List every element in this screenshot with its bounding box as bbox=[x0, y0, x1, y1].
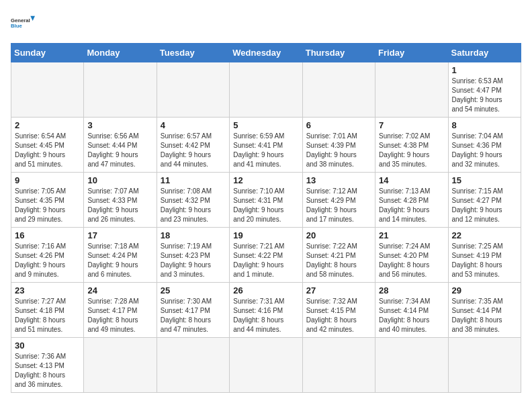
calendar-cell: 2Sunrise: 6:54 AM Sunset: 4:45 PM Daylig… bbox=[11, 118, 84, 173]
calendar-cell bbox=[448, 338, 521, 393]
day-info: Sunrise: 7:32 AM Sunset: 4:15 PM Dayligh… bbox=[306, 297, 371, 334]
day-info: Sunrise: 7:16 AM Sunset: 4:26 PM Dayligh… bbox=[15, 242, 80, 279]
calendar-cell: 26Sunrise: 7:31 AM Sunset: 4:16 PM Dayli… bbox=[230, 283, 302, 338]
day-info: Sunrise: 7:02 AM Sunset: 4:38 PM Dayligh… bbox=[379, 132, 444, 169]
calendar-cell: 19Sunrise: 7:21 AM Sunset: 4:22 PM Dayli… bbox=[230, 228, 302, 283]
day-number: 3 bbox=[87, 120, 152, 130]
calendar-cell: 25Sunrise: 7:30 AM Sunset: 4:17 PM Dayli… bbox=[157, 283, 229, 338]
calendar-cell: 27Sunrise: 7:32 AM Sunset: 4:15 PM Dayli… bbox=[302, 283, 375, 338]
day-info: Sunrise: 7:25 AM Sunset: 4:19 PM Dayligh… bbox=[452, 242, 517, 279]
day-number: 15 bbox=[452, 175, 517, 185]
day-info: Sunrise: 7:12 AM Sunset: 4:29 PM Dayligh… bbox=[306, 187, 371, 224]
calendar-week-row: 23Sunrise: 7:27 AM Sunset: 4:18 PM Dayli… bbox=[11, 283, 521, 338]
calendar-cell bbox=[302, 338, 375, 393]
day-info: Sunrise: 7:30 AM Sunset: 4:17 PM Dayligh… bbox=[161, 297, 226, 334]
day-info: Sunrise: 7:07 AM Sunset: 4:33 PM Dayligh… bbox=[87, 187, 152, 224]
svg-text:General: General bbox=[11, 17, 30, 24]
day-number: 24 bbox=[87, 285, 152, 295]
calendar-cell: 13Sunrise: 7:12 AM Sunset: 4:29 PM Dayli… bbox=[302, 173, 375, 228]
day-number: 13 bbox=[306, 175, 371, 185]
calendar-cell: 23Sunrise: 7:27 AM Sunset: 4:18 PM Dayli… bbox=[11, 283, 84, 338]
page-header: GeneralBlue bbox=[11, 11, 521, 35]
weekday-header-sunday: Sunday bbox=[11, 44, 84, 62]
svg-text:Blue: Blue bbox=[11, 23, 22, 29]
day-info: Sunrise: 6:54 AM Sunset: 4:45 PM Dayligh… bbox=[15, 132, 80, 169]
day-number: 10 bbox=[87, 175, 152, 185]
calendar-cell bbox=[157, 338, 229, 393]
day-number: 18 bbox=[161, 230, 226, 240]
day-number: 25 bbox=[161, 285, 226, 295]
calendar-cell bbox=[157, 62, 229, 118]
day-number: 2 bbox=[15, 120, 80, 130]
weekday-header-wednesday: Wednesday bbox=[230, 44, 302, 62]
calendar-cell bbox=[11, 62, 84, 118]
day-number: 19 bbox=[233, 230, 298, 240]
calendar-cell: 8Sunrise: 7:04 AM Sunset: 4:36 PM Daylig… bbox=[448, 118, 521, 173]
day-number: 30 bbox=[15, 340, 80, 351]
logo-icon: GeneralBlue bbox=[11, 11, 35, 35]
day-info: Sunrise: 6:56 AM Sunset: 4:44 PM Dayligh… bbox=[87, 132, 152, 169]
day-info: Sunrise: 7:18 AM Sunset: 4:24 PM Dayligh… bbox=[87, 242, 152, 279]
calendar-cell bbox=[230, 62, 302, 118]
day-info: Sunrise: 6:57 AM Sunset: 4:42 PM Dayligh… bbox=[161, 132, 226, 169]
day-info: Sunrise: 7:31 AM Sunset: 4:16 PM Dayligh… bbox=[233, 297, 298, 334]
day-number: 23 bbox=[15, 285, 80, 295]
calendar-cell: 28Sunrise: 7:34 AM Sunset: 4:14 PM Dayli… bbox=[375, 283, 448, 338]
calendar-cell: 4Sunrise: 6:57 AM Sunset: 4:42 PM Daylig… bbox=[157, 118, 229, 173]
day-number: 29 bbox=[452, 285, 517, 295]
calendar-cell: 1Sunrise: 6:53 AM Sunset: 4:47 PM Daylig… bbox=[448, 62, 521, 118]
day-info: Sunrise: 7:08 AM Sunset: 4:32 PM Dayligh… bbox=[161, 187, 226, 224]
day-number: 16 bbox=[15, 230, 80, 240]
day-number: 5 bbox=[233, 120, 298, 130]
calendar-cell: 14Sunrise: 7:13 AM Sunset: 4:28 PM Dayli… bbox=[375, 173, 448, 228]
weekday-header-monday: Monday bbox=[84, 44, 157, 62]
day-info: Sunrise: 7:19 AM Sunset: 4:23 PM Dayligh… bbox=[161, 242, 226, 279]
day-number: 12 bbox=[233, 175, 298, 185]
day-info: Sunrise: 7:10 AM Sunset: 4:31 PM Dayligh… bbox=[233, 187, 298, 224]
calendar-cell bbox=[84, 338, 157, 393]
day-info: Sunrise: 7:24 AM Sunset: 4:20 PM Dayligh… bbox=[379, 242, 444, 279]
day-info: Sunrise: 6:59 AM Sunset: 4:41 PM Dayligh… bbox=[233, 132, 298, 169]
day-info: Sunrise: 7:15 AM Sunset: 4:27 PM Dayligh… bbox=[452, 187, 517, 224]
day-number: 17 bbox=[87, 230, 152, 240]
weekday-header-thursday: Thursday bbox=[302, 44, 375, 62]
calendar-week-row: 30Sunrise: 7:36 AM Sunset: 4:13 PM Dayli… bbox=[11, 338, 521, 393]
calendar-week-row: 1Sunrise: 6:53 AM Sunset: 4:47 PM Daylig… bbox=[11, 62, 521, 118]
day-info: Sunrise: 7:36 AM Sunset: 4:13 PM Dayligh… bbox=[15, 352, 80, 390]
calendar-cell bbox=[375, 338, 448, 393]
weekday-header-row: SundayMondayTuesdayWednesdayThursdayFrid… bbox=[11, 44, 521, 62]
day-info: Sunrise: 7:05 AM Sunset: 4:35 PM Dayligh… bbox=[15, 187, 80, 224]
weekday-header-tuesday: Tuesday bbox=[157, 44, 229, 62]
day-info: Sunrise: 7:01 AM Sunset: 4:39 PM Dayligh… bbox=[306, 132, 371, 169]
calendar-cell bbox=[84, 62, 157, 118]
day-info: Sunrise: 7:27 AM Sunset: 4:18 PM Dayligh… bbox=[15, 297, 80, 334]
day-number: 6 bbox=[306, 120, 371, 130]
day-info: Sunrise: 7:34 AM Sunset: 4:14 PM Dayligh… bbox=[379, 297, 444, 334]
calendar-cell: 11Sunrise: 7:08 AM Sunset: 4:32 PM Dayli… bbox=[157, 173, 229, 228]
day-number: 4 bbox=[161, 120, 226, 130]
weekday-header-friday: Friday bbox=[375, 44, 448, 62]
calendar-cell: 17Sunrise: 7:18 AM Sunset: 4:24 PM Dayli… bbox=[84, 228, 157, 283]
calendar-cell: 21Sunrise: 7:24 AM Sunset: 4:20 PM Dayli… bbox=[375, 228, 448, 283]
day-number: 21 bbox=[379, 230, 444, 240]
svg-marker-2 bbox=[30, 16, 35, 21]
day-number: 1 bbox=[452, 65, 517, 75]
weekday-header-saturday: Saturday bbox=[448, 44, 521, 62]
calendar-cell: 7Sunrise: 7:02 AM Sunset: 4:38 PM Daylig… bbox=[375, 118, 448, 173]
calendar-cell: 15Sunrise: 7:15 AM Sunset: 4:27 PM Dayli… bbox=[448, 173, 521, 228]
calendar-cell: 5Sunrise: 6:59 AM Sunset: 4:41 PM Daylig… bbox=[230, 118, 302, 173]
calendar-cell: 20Sunrise: 7:22 AM Sunset: 4:21 PM Dayli… bbox=[302, 228, 375, 283]
day-number: 20 bbox=[306, 230, 371, 240]
day-number: 28 bbox=[379, 285, 444, 295]
day-info: Sunrise: 7:35 AM Sunset: 4:14 PM Dayligh… bbox=[452, 297, 517, 334]
calendar-cell: 6Sunrise: 7:01 AM Sunset: 4:39 PM Daylig… bbox=[302, 118, 375, 173]
day-number: 26 bbox=[233, 285, 298, 295]
day-number: 7 bbox=[379, 120, 444, 130]
calendar-cell: 9Sunrise: 7:05 AM Sunset: 4:35 PM Daylig… bbox=[11, 173, 84, 228]
day-number: 8 bbox=[452, 120, 517, 130]
calendar-cell: 29Sunrise: 7:35 AM Sunset: 4:14 PM Dayli… bbox=[448, 283, 521, 338]
day-number: 11 bbox=[161, 175, 226, 185]
calendar-week-row: 2Sunrise: 6:54 AM Sunset: 4:45 PM Daylig… bbox=[11, 118, 521, 173]
calendar-cell: 10Sunrise: 7:07 AM Sunset: 4:33 PM Dayli… bbox=[84, 173, 157, 228]
calendar-cell: 24Sunrise: 7:28 AM Sunset: 4:17 PM Dayli… bbox=[84, 283, 157, 338]
